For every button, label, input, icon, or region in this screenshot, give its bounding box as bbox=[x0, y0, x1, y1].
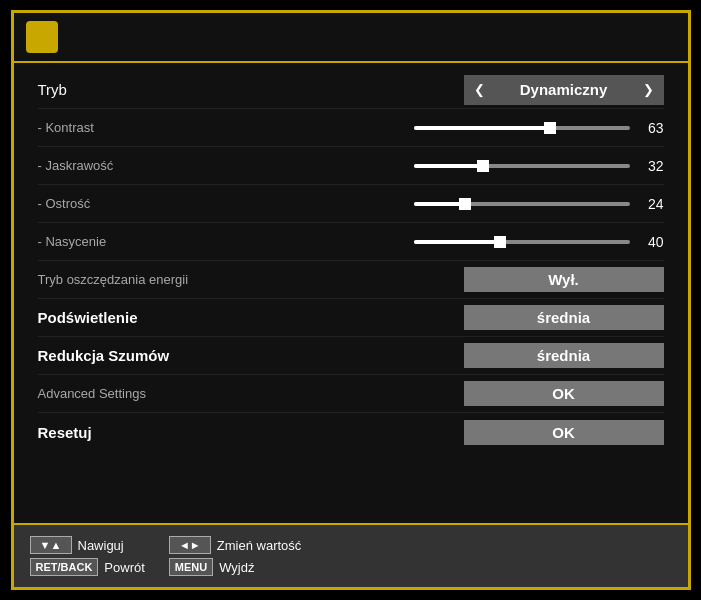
footer-key-0-0: ▼▲ bbox=[30, 536, 72, 554]
footer-item-0-1: RET/BACKPowrót bbox=[30, 558, 145, 576]
slider-thumb-jaskrawosc[interactable] bbox=[477, 160, 489, 172]
footer-bar: ▼▲NawigujRET/BACKPowrót◄►Zmień wartośćME… bbox=[14, 523, 688, 587]
footer-item-1-0: ◄►Zmień wartość bbox=[169, 536, 302, 554]
slider-track-ostrość[interactable] bbox=[414, 202, 630, 206]
label-kontrast: - Kontrast bbox=[38, 120, 298, 135]
slider-thumb-nasycenie[interactable] bbox=[494, 236, 506, 248]
slider-thumb-kontrast[interactable] bbox=[544, 122, 556, 134]
control-redukcja-szumow[interactable]: średnia bbox=[298, 343, 664, 368]
slider-container-kontrast: 63 bbox=[414, 120, 664, 136]
slider-container-ostrość: 24 bbox=[414, 196, 664, 212]
slider-fill-kontrast bbox=[414, 126, 550, 130]
footer-desc-0-0: Nawiguj bbox=[78, 538, 124, 553]
slider-fill-nasycenie bbox=[414, 240, 500, 244]
footer-group-0: ▼▲NawigujRET/BACKPowrót bbox=[30, 536, 145, 576]
label-nasycenie: - Nasycenie bbox=[38, 234, 298, 249]
row-nasycenie: - Nasycenie40 bbox=[38, 223, 664, 261]
label-advanced-settings: Advanced Settings bbox=[38, 386, 298, 401]
btn-tryb-energii[interactable]: Wył. bbox=[464, 267, 664, 292]
control-tryb-energii[interactable]: Wył. bbox=[298, 267, 664, 292]
slider-container-jaskrawosc: 32 bbox=[414, 158, 664, 174]
footer-key-1-0: ◄► bbox=[169, 536, 211, 554]
row-redukcja-szumow: Redukcja Szumówśrednia bbox=[38, 337, 664, 375]
footer-key-1-1: MENU bbox=[169, 558, 213, 576]
control-nasycenie: 40 bbox=[298, 234, 664, 250]
btn-podswietlenie[interactable]: średnia bbox=[464, 305, 664, 330]
footer-desc-1-0: Zmień wartość bbox=[217, 538, 302, 553]
btn-resetuj[interactable]: OK bbox=[464, 420, 664, 445]
settings-window: Tryb❮Dynamiczny❯- Kontrast63- Jaskrawość… bbox=[11, 10, 691, 590]
row-resetuj: ResetujOK bbox=[38, 413, 664, 451]
label-resetuj: Resetuj bbox=[38, 424, 298, 441]
slider-value-ostrość: 24 bbox=[640, 196, 664, 212]
selector-tryb[interactable]: ❮Dynamiczny❯ bbox=[464, 75, 664, 105]
slider-track-kontrast[interactable] bbox=[414, 126, 630, 130]
row-kontrast: - Kontrast63 bbox=[38, 109, 664, 147]
slider-track-jaskrawosc[interactable] bbox=[414, 164, 630, 168]
control-resetuj[interactable]: OK bbox=[298, 420, 664, 445]
row-tryb: Tryb❮Dynamiczny❯ bbox=[38, 71, 664, 109]
slider-value-jaskrawosc: 32 bbox=[640, 158, 664, 174]
label-redukcja-szumow: Redukcja Szumów bbox=[38, 347, 298, 364]
footer-key-0-1: RET/BACK bbox=[30, 558, 99, 576]
selector-right-arrow[interactable]: ❯ bbox=[643, 82, 654, 97]
footer-desc-0-1: Powrót bbox=[104, 560, 144, 575]
selector-value: Dynamiczny bbox=[485, 81, 643, 98]
row-jaskrawosc: - Jaskrawość32 bbox=[38, 147, 664, 185]
control-podswietlenie[interactable]: średnia bbox=[298, 305, 664, 330]
slider-track-nasycenie[interactable] bbox=[414, 240, 630, 244]
settings-content: Tryb❮Dynamiczny❯- Kontrast63- Jaskrawość… bbox=[14, 63, 688, 523]
slider-fill-ostrość bbox=[414, 202, 466, 206]
label-podswietlenie: Podświetlenie bbox=[38, 309, 298, 326]
slider-fill-jaskrawosc bbox=[414, 164, 483, 168]
row-podswietlenie: Podświetlenieśrednia bbox=[38, 299, 664, 337]
slider-thumb-ostrość[interactable] bbox=[459, 198, 471, 210]
title-bar bbox=[14, 13, 688, 63]
row-advanced-settings: Advanced SettingsOK bbox=[38, 375, 664, 413]
slider-value-nasycenie: 40 bbox=[640, 234, 664, 250]
control-advanced-settings[interactable]: OK bbox=[298, 381, 664, 406]
footer-item-1-1: MENUWyjdź bbox=[169, 558, 302, 576]
footer-group-1: ◄►Zmień wartośćMENUWyjdź bbox=[169, 536, 302, 576]
label-jaskrawosc: - Jaskrawość bbox=[38, 158, 298, 173]
row-tryb-energii: Tryb oszczędzania energiiWył. bbox=[38, 261, 664, 299]
control-jaskrawosc: 32 bbox=[298, 158, 664, 174]
slider-container-nasycenie: 40 bbox=[414, 234, 664, 250]
control-kontrast: 63 bbox=[298, 120, 664, 136]
title-icon bbox=[26, 21, 58, 53]
btn-advanced-settings[interactable]: OK bbox=[464, 381, 664, 406]
selector-left-arrow[interactable]: ❮ bbox=[474, 82, 485, 97]
label-ostrość: - Ostrość bbox=[38, 196, 298, 211]
control-tryb[interactable]: ❮Dynamiczny❯ bbox=[298, 75, 664, 105]
label-tryb: Tryb bbox=[38, 81, 298, 98]
btn-redukcja-szumow[interactable]: średnia bbox=[464, 343, 664, 368]
footer-desc-1-1: Wyjdź bbox=[219, 560, 254, 575]
footer-item-0-0: ▼▲Nawiguj bbox=[30, 536, 145, 554]
label-tryb-energii: Tryb oszczędzania energii bbox=[38, 272, 298, 287]
control-ostrość: 24 bbox=[298, 196, 664, 212]
row-ostrość: - Ostrość24 bbox=[38, 185, 664, 223]
slider-value-kontrast: 63 bbox=[640, 120, 664, 136]
